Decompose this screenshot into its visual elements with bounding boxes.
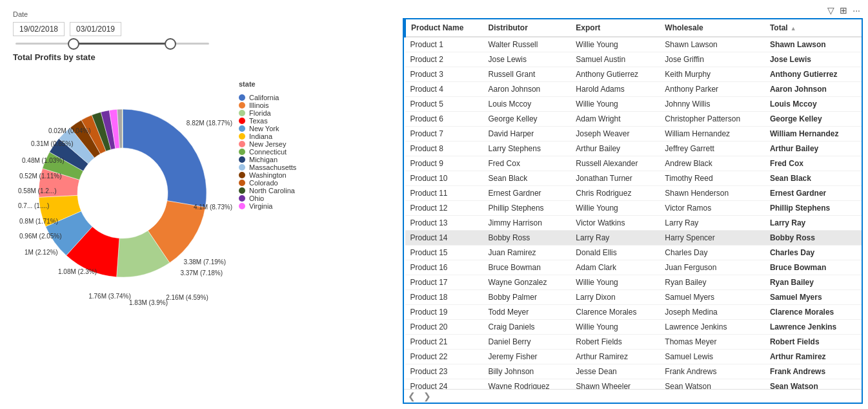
chart-area: 8.82M (18.77%) 4.1M (8.73%) 3.38M (7.19%… bbox=[13, 67, 387, 399]
date-start[interactable]: 19/02/2018 bbox=[13, 22, 65, 36]
table-row[interactable]: Product 12Phillip StephensWillie YoungVi… bbox=[405, 201, 862, 216]
table-row[interactable]: Product 22Jeremy FisherArthur RamirezSam… bbox=[405, 350, 862, 364]
chart-title: Total Profits by state bbox=[13, 52, 387, 62]
table-row[interactable]: Product 23Billy JohnsonJesse DeanFrank A… bbox=[405, 364, 862, 379]
cell-product-name: Product 13 bbox=[405, 216, 483, 231]
col-header-product-name[interactable]: Product Name bbox=[405, 19, 483, 37]
slider-thumb-right[interactable] bbox=[165, 38, 176, 50]
col-header-distributor[interactable]: Distributor bbox=[483, 19, 571, 37]
legend-item: Illinois bbox=[239, 101, 296, 109]
table-row[interactable]: Product 10Sean BlackJonathan TurnerTimot… bbox=[405, 171, 862, 186]
cell-export: Jesse Dean bbox=[570, 364, 660, 379]
legend-color bbox=[239, 195, 245, 202]
table-row[interactable]: Product 4Aaron JohnsonHarold AdamsAnthon… bbox=[405, 82, 862, 97]
legend-color bbox=[239, 180, 245, 186]
filter-icon[interactable]: ▽ bbox=[827, 5, 834, 16]
cell-wholesale: Johnny Willis bbox=[660, 97, 765, 112]
legend-color bbox=[239, 141, 245, 147]
cell-export: Willie Young bbox=[570, 275, 660, 290]
cell-wholesale: Keith Murphy bbox=[660, 67, 765, 82]
legend-label: Virginia bbox=[249, 202, 273, 210]
cell-product-name: Product 3 bbox=[405, 67, 483, 82]
horizontal-scroll[interactable]: ❮ ❯ bbox=[404, 389, 862, 403]
cell-export: Donald Ellis bbox=[570, 246, 660, 260]
table-row[interactable]: Product 1Walter RussellWillie YoungShawn… bbox=[405, 37, 862, 52]
donut-svg: 8.82M (18.77%) 4.1M (8.73%) 3.38M (7.19%… bbox=[13, 67, 232, 313]
cell-product-name: Product 19 bbox=[405, 305, 483, 320]
table-row[interactable]: Product 9Fred CoxRussell AlexanderAndrew… bbox=[405, 156, 862, 171]
cell-export: Samuel Austin bbox=[570, 52, 660, 67]
svg-text:1.83M (3.9%): 1.83M (3.9%) bbox=[129, 299, 168, 306]
cell-export: Chris Rodriguez bbox=[570, 186, 660, 201]
svg-text:2.16M (4.59%): 2.16M (4.59%) bbox=[166, 294, 208, 301]
col-header-wholesale[interactable]: Wholesale bbox=[660, 19, 765, 37]
cell-export: Arthur Bailey bbox=[570, 142, 660, 156]
cell-distributor: Daniel Berry bbox=[483, 335, 571, 350]
table-row[interactable]: Product 19Todd MeyerClarence MoralesJose… bbox=[405, 305, 862, 320]
donut-chart[interactable]: 8.82M (18.77%) 4.1M (8.73%) 3.38M (7.19%… bbox=[13, 67, 232, 313]
legend-label: Florida bbox=[249, 109, 271, 117]
legend-item: Florida bbox=[239, 109, 296, 117]
table-row[interactable]: Product 13Jimmy HarrisonVictor WatkinsLa… bbox=[405, 216, 862, 231]
cell-total: Sean Watson bbox=[765, 379, 862, 390]
cell-wholesale: Jose Griffin bbox=[660, 52, 765, 67]
cell-distributor: Bobby Palmer bbox=[483, 290, 571, 305]
table-row[interactable]: Product 18Bobby PalmerLarry DixonSamuel … bbox=[405, 290, 862, 305]
cell-wholesale: Jeffrey Garrett bbox=[660, 142, 765, 156]
table-row[interactable]: Product 14Bobby RossLarry RayHarry Spenc… bbox=[405, 231, 862, 246]
table-row[interactable]: Product 11Ernest GardnerChris RodriguezS… bbox=[405, 186, 862, 201]
legend-label: Michigan bbox=[249, 156, 278, 163]
cell-distributor: Wayne Gonzalez bbox=[483, 275, 571, 290]
table-row[interactable]: Product 5Louis MccoyWillie YoungJohnny W… bbox=[405, 97, 862, 112]
cell-wholesale: Samuel Lewis bbox=[660, 350, 765, 364]
cell-total: Louis Mccoy bbox=[765, 97, 862, 112]
legend-color bbox=[239, 133, 245, 140]
legend-label: Connecticut bbox=[249, 148, 287, 156]
date-end[interactable]: 03/01/2019 bbox=[70, 22, 121, 36]
cell-total: Jose Lewis bbox=[765, 52, 862, 67]
table-row[interactable]: Product 2Jose LewisSamuel AustinJose Gri… bbox=[405, 52, 862, 67]
legend-label: Texas bbox=[249, 117, 268, 125]
legend-color bbox=[239, 118, 245, 124]
cell-export: Adam Wright bbox=[570, 112, 660, 127]
cell-product-name: Product 11 bbox=[405, 186, 483, 201]
svg-text:0.02M (0.04%): 0.02M (0.04%) bbox=[48, 127, 91, 134]
more-icon[interactable]: ··· bbox=[853, 5, 860, 16]
table-row[interactable]: Product 16Bruce BowmanAdam ClarkJuan Fer… bbox=[405, 260, 862, 275]
svg-text:0.96M (2.05%): 0.96M (2.05%) bbox=[19, 233, 62, 240]
cell-total: Phillip Stephens bbox=[765, 201, 862, 216]
cell-total: Clarence Morales bbox=[765, 305, 862, 320]
table-row[interactable]: Product 24Wayne RodriguezShawn WheelerSe… bbox=[405, 379, 862, 390]
cell-total: Lawrence Jenkins bbox=[765, 320, 862, 335]
table-row[interactable]: Product 3Russell GrantAnthony GutierrezK… bbox=[405, 67, 862, 82]
table-row[interactable]: Product 21Daniel BerryRobert FieldsThoma… bbox=[405, 335, 862, 350]
scroll-right-icon[interactable]: ❯ bbox=[419, 391, 435, 401]
cell-wholesale: Larry Ray bbox=[660, 216, 765, 231]
legend-color bbox=[239, 156, 245, 163]
cell-total: Arthur Bailey bbox=[765, 142, 862, 156]
table-row[interactable]: Product 20Craig DanielsWillie YoungLawre… bbox=[405, 320, 862, 335]
cell-wholesale: Lawrence Jenkins bbox=[660, 320, 765, 335]
expand-icon[interactable]: ⊞ bbox=[840, 5, 847, 16]
cell-wholesale: Shawn Henderson bbox=[660, 186, 765, 201]
cell-wholesale: Andrew Black bbox=[660, 156, 765, 171]
table-row[interactable]: Product 6George KelleyAdam WrightChristo… bbox=[405, 112, 862, 127]
slider-thumb-left[interactable] bbox=[68, 38, 79, 50]
cell-distributor: Bobby Ross bbox=[483, 231, 571, 246]
table-scroll[interactable]: Product NameDistributorExportWholesaleTo… bbox=[404, 19, 862, 389]
legend-color bbox=[239, 94, 245, 101]
cell-total: Ernest Gardner bbox=[765, 186, 862, 201]
table-row[interactable]: Product 8Larry StephensArthur BaileyJeff… bbox=[405, 142, 862, 156]
scroll-left-icon[interactable]: ❮ bbox=[404, 391, 419, 401]
table-row[interactable]: Product 15Juan RamirezDonald EllisCharle… bbox=[405, 246, 862, 260]
col-header-total[interactable]: Total▲ bbox=[765, 19, 862, 37]
legend-color bbox=[239, 203, 245, 209]
table-row[interactable]: Product 7David HarperJoseph WeaverWillia… bbox=[405, 127, 862, 142]
table-row[interactable]: Product 17Wayne GonzalezWillie YoungRyan… bbox=[405, 275, 862, 290]
date-slider[interactable] bbox=[13, 43, 387, 45]
cell-export: Clarence Morales bbox=[570, 305, 660, 320]
cell-total: Samuel Myers bbox=[765, 290, 862, 305]
legend-label: Massachusetts bbox=[249, 163, 296, 171]
cell-distributor: Aaron Johnson bbox=[483, 82, 571, 97]
col-header-export[interactable]: Export bbox=[570, 19, 660, 37]
